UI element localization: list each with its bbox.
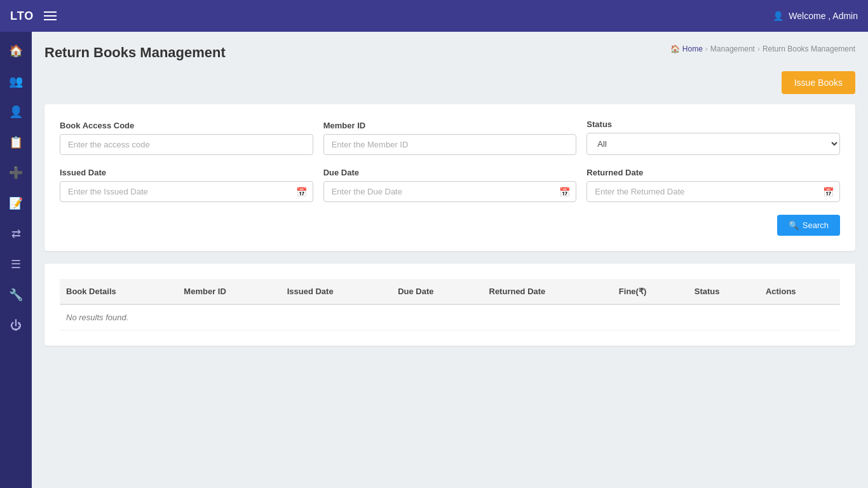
table-row-empty: No results found. <box>60 304 840 330</box>
welcome-text: Welcome , Admin <box>789 11 858 21</box>
filter-row-2: Issued Date 📅 Due Date 📅 Returned Date 📅 <box>60 168 840 202</box>
page-title: Return Books Management <box>44 44 226 61</box>
navbar-brand: LTO <box>10 10 34 23</box>
sidebar-item-members[interactable]: 👥 <box>3 69 29 94</box>
main-content: Return Books Management 🏠 Home › Managem… <box>32 32 868 488</box>
search-button[interactable]: 🔍 Search <box>777 215 840 236</box>
navbar-left: LTO <box>10 10 57 23</box>
table-container: Book Details Member ID Issued Date Due D… <box>60 279 840 330</box>
access-code-input[interactable] <box>60 134 313 155</box>
sidebar: 🏠 👥 👤 📋 ➕ 📝 ⇄ ☰ 🔧 ⏻ <box>0 32 32 488</box>
col-book-details: Book Details <box>60 279 177 304</box>
status-select[interactable]: All Issued Returned Overdue <box>587 133 840 155</box>
breadcrumb: 🏠 Home › Management › Return Books Manag… <box>670 44 855 53</box>
access-code-group: Book Access Code <box>60 121 313 155</box>
no-results-text: No results found. <box>60 304 840 330</box>
returned-date-label: Returned Date <box>587 168 840 177</box>
sidebar-item-users[interactable]: 👤 <box>3 99 29 125</box>
breadcrumb-management: Management <box>710 44 755 53</box>
returned-date-input-wrapper: 📅 <box>587 181 840 202</box>
breadcrumb-current: Return Books Management <box>763 44 855 53</box>
due-date-group: Due Date 📅 <box>323 168 577 202</box>
user-icon: 👤 <box>773 11 783 21</box>
filter-row-1: Book Access Code Member ID Status All Is… <box>60 119 840 155</box>
table-header: Book Details Member ID Issued Date Due D… <box>60 279 840 304</box>
member-id-label: Member ID <box>323 121 577 130</box>
due-date-input[interactable] <box>323 181 577 202</box>
col-status: Status <box>688 279 759 304</box>
issue-books-button[interactable]: Issue Books <box>782 71 855 94</box>
filter-card: Book Access Code Member ID Status All Is… <box>44 104 855 251</box>
col-fine: Fine(₹) <box>613 279 688 304</box>
col-member-id: Member ID <box>177 279 280 304</box>
sidebar-item-settings[interactable]: 🔧 <box>3 282 29 308</box>
action-bar: Issue Books <box>44 71 855 104</box>
search-label: Search <box>803 220 829 230</box>
access-code-label: Book Access Code <box>60 121 313 130</box>
sidebar-item-books[interactable]: 📋 <box>3 130 29 155</box>
breadcrumb-sep2: › <box>757 44 760 53</box>
results-table: Book Details Member ID Issued Date Due D… <box>60 279 840 330</box>
sidebar-item-return[interactable]: ⇄ <box>3 221 29 247</box>
member-id-input[interactable] <box>323 134 577 155</box>
hamburger-menu[interactable] <box>44 11 57 20</box>
issued-date-input[interactable] <box>60 181 313 202</box>
issued-date-input-wrapper: 📅 <box>60 181 313 202</box>
due-date-input-wrapper: 📅 <box>323 181 577 202</box>
col-returned-date: Returned Date <box>483 279 613 304</box>
issued-date-label: Issued Date <box>60 168 313 177</box>
breadcrumb-home[interactable]: Home <box>682 44 703 53</box>
sidebar-item-add[interactable]: ➕ <box>3 160 29 186</box>
sidebar-item-home[interactable]: 🏠 <box>3 38 29 64</box>
breadcrumb-sep1: › <box>705 44 708 53</box>
page-header: Return Books Management 🏠 Home › Managem… <box>44 44 855 61</box>
issued-date-group: Issued Date 📅 <box>60 168 313 202</box>
member-id-group: Member ID <box>323 121 577 155</box>
col-due-date: Due Date <box>391 279 482 304</box>
table-header-row: Book Details Member ID Issued Date Due D… <box>60 279 840 304</box>
results-card: Book Details Member ID Issued Date Due D… <box>44 264 855 346</box>
table-body: No results found. <box>60 304 840 330</box>
sidebar-item-list[interactable]: ☰ <box>3 252 29 277</box>
status-label: Status <box>587 119 840 129</box>
navbar-right: 👤 Welcome , Admin <box>773 11 858 21</box>
col-actions: Actions <box>759 279 840 304</box>
home-icon: 🏠 <box>670 44 680 53</box>
col-issued-date: Issued Date <box>281 279 392 304</box>
returned-date-input[interactable] <box>587 181 840 202</box>
search-icon: 🔍 <box>789 220 799 230</box>
top-navbar: LTO 👤 Welcome , Admin <box>0 0 868 32</box>
status-group: Status All Issued Returned Overdue <box>587 119 840 155</box>
returned-date-group: Returned Date 📅 <box>587 168 840 202</box>
sidebar-item-reports[interactable]: 📝 <box>3 191 29 216</box>
search-btn-row: 🔍 Search <box>60 215 840 236</box>
due-date-label: Due Date <box>323 168 577 177</box>
sidebar-item-logout[interactable]: ⏻ <box>3 313 29 338</box>
